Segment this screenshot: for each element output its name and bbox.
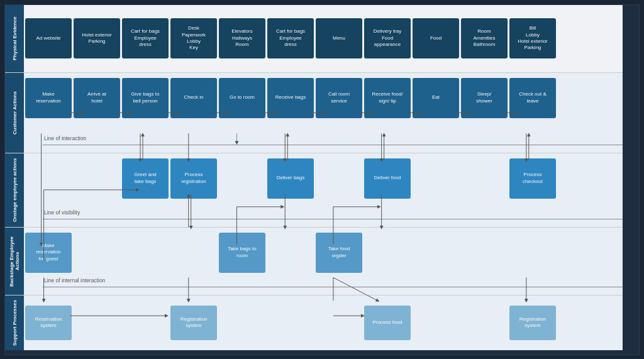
line-of-internal-label: Line of internal interaction: [44, 277, 105, 284]
pe-card-7: Menu: [316, 18, 362, 58]
pe-card-6: Cart for bagsEmployeedress: [267, 18, 314, 58]
diagram-table: Physical Evidence Ad website Hotel exter…: [5, 5, 623, 356]
line-of-internal: [43, 287, 623, 287]
label-onstage-employee: Onstage employee actions: [5, 153, 24, 227]
ba-card-make-reservation: Makereservationfor guest: [25, 233, 72, 273]
row-onstage-employee: Onstage employee actions Greet andtake b…: [5, 153, 623, 228]
oa-card-greet: Greet andtake bags: [122, 158, 169, 199]
line-of-visibility: [43, 219, 623, 219]
sp-card-process-food: Process food: [364, 306, 411, 340]
ca-card-5: Go to room: [219, 78, 265, 118]
ca-card-7: Call roomservice: [316, 78, 362, 118]
pe-card-4: DeskPaperworkLobbyKey: [170, 18, 217, 58]
oa-card-process-checkout: Processcheckout: [509, 158, 556, 199]
content-onstage-employee: Greet andtake bags Processregistration D…: [24, 153, 623, 227]
label-backstage-employee: Backstage Employee Actions: [5, 228, 24, 295]
label-physical-evidence: Physical Evidence: [5, 5, 24, 72]
line-of-interaction: [43, 145, 623, 145]
ca-card-8: Receive food/sign/ tip: [364, 78, 411, 118]
ca-card-4: Check in: [170, 78, 217, 118]
row-physical-evidence: Physical Evidence Ad website Hotel exter…: [5, 5, 623, 73]
pe-card-8: Delivery trayFoodappearance: [364, 18, 411, 58]
ca-card-9: Eat: [413, 78, 459, 118]
content-customer-actions: Makereservation Arrive athotel Give bags…: [24, 73, 623, 153]
ba-card-take-bags: Take bags toroom: [219, 233, 265, 273]
sp-card-registration-2: Registrationsystem: [509, 306, 556, 340]
oa-card-process-reg: Processregistration: [170, 158, 217, 199]
oa-card-deliver-bags: Deliver bags: [267, 158, 314, 199]
ca-card-2: Arrive athotel: [74, 78, 120, 118]
ca-card-1: Makereservation: [25, 78, 72, 118]
pe-card-11: BillLobbyHotel exteriorParking: [509, 18, 556, 58]
pe-card-5: ElevatorsHallwaysRoom: [219, 18, 265, 58]
pe-card-1: Ad website: [25, 18, 72, 58]
ca-card-6: Receive bags: [267, 78, 314, 118]
sp-card-reservation: Reservationsystem: [25, 306, 72, 340]
line-of-visibility-label: Line of visibility: [44, 209, 80, 216]
row-support-processes: Support Processes Reservationsystem Regi…: [5, 295, 623, 350]
ca-card-3: Give bags tobell person: [122, 78, 169, 118]
label-customer-actions: Customer Actions: [5, 73, 24, 153]
pe-card-9: Food: [413, 18, 459, 58]
content-physical-evidence: Ad website Hotel exteriorParking Cart fo…: [24, 5, 623, 72]
ba-card-take-food: Take foodorgder: [316, 233, 362, 273]
row-backstage-employee: Backstage Employee Actions Makereservati…: [5, 228, 623, 295]
sp-card-registration-1: Registrationsystem: [170, 306, 217, 340]
content-backstage-employee: Makereservationfor guest Take bags toroo…: [24, 228, 623, 295]
pe-card-3: Cart for bagsEmployeedress: [122, 18, 169, 58]
ca-card-10: Sleep/shower: [461, 78, 508, 118]
ca-card-11: Check out &leave: [509, 78, 556, 118]
oa-card-deliver-food: Deliver food: [364, 158, 411, 199]
content-support-processes: Reservationsystem Registrationsystem Pro…: [24, 295, 623, 350]
line-of-interaction-label: Line of interaction: [44, 135, 86, 141]
pe-card-10: RoomAmenitiesBathroom: [461, 18, 508, 58]
label-support-processes: Support Processes: [5, 295, 24, 350]
row-customer-actions: Customer Actions Makereservation Arrive …: [5, 73, 623, 153]
service-blueprint-diagram: Physical Evidence Ad website Hotel exter…: [4, 4, 640, 355]
pe-card-2: Hotel exteriorParking: [74, 18, 120, 58]
